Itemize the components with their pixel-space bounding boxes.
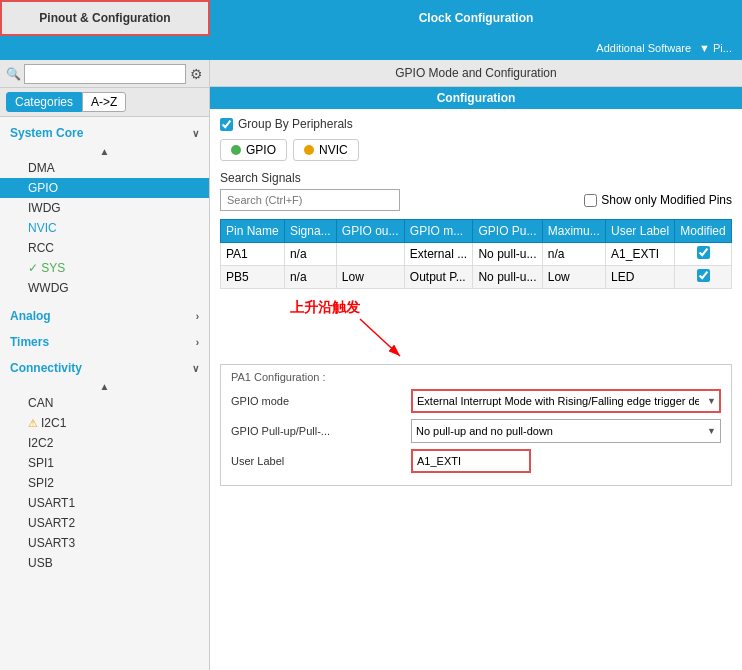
col-gpio-output: GPIO ou... <box>336 220 404 243</box>
chevron-right-icon-timers: › <box>196 337 199 348</box>
sidebar-section-system-core: System Core ∨ ▲ DMA GPIO IWDG NVIC RCC <box>0 121 209 298</box>
annotation-arrow <box>280 314 440 364</box>
col-pin-name: Pin Name <box>221 220 285 243</box>
sidebar-item-usart2[interactable]: USART2 <box>0 513 209 533</box>
sidebar-item-dma[interactable]: DMA <box>0 158 209 178</box>
gpio-pullup-label: GPIO Pull-up/Pull-... <box>231 425 411 437</box>
cell-pa1-pullup: No pull-u... <box>473 243 542 266</box>
col-signal: Signa... <box>284 220 336 243</box>
show-modified-label: Show only Modified Pins <box>601 193 732 207</box>
sidebar-item-usart1[interactable]: USART1 <box>0 493 209 513</box>
tab-gpio[interactable]: GPIO <box>220 139 287 161</box>
tab-nvic[interactable]: NVIC <box>293 139 359 161</box>
col-modified: Modified <box>675 220 732 243</box>
svg-line-1 <box>360 319 400 356</box>
pa1-config-title: PA1 Configuration : <box>231 371 721 383</box>
cell-pa1-signal: n/a <box>284 243 336 266</box>
content-title: GPIO Mode and Configuration <box>210 60 742 87</box>
cell-pb5-output: Low <box>336 266 404 289</box>
cell-pa1-mode: External ... <box>404 243 473 266</box>
gpio-pullup-select[interactable]: No pull-up and no pull-down Pull-up Pull… <box>411 419 721 443</box>
cell-pa1-label: A1_EXTI <box>606 243 675 266</box>
sidebar-item-sys[interactable]: ✓ SYS <box>0 258 209 278</box>
sidebar-section-header-analog[interactable]: Analog › <box>0 304 209 328</box>
sidebar-item-spi1[interactable]: SPI1 <box>0 453 209 473</box>
cell-pa1-modified[interactable] <box>675 243 732 266</box>
group-by-peripherals-row: Group By Peripherals <box>220 117 732 131</box>
show-modified-checkbox[interactable] <box>584 194 597 207</box>
col-user-label: User Label <box>606 220 675 243</box>
cell-pb5-modified[interactable] <box>675 266 732 289</box>
sidebar-section-header-timers[interactable]: Timers › <box>0 330 209 354</box>
additional-software-link[interactable]: Additional Software <box>596 42 691 54</box>
search-signals-label: Search Signals <box>220 171 732 185</box>
gpio-mode-row: GPIO mode External Interrupt Mode with R… <box>231 389 721 413</box>
nvic-dot <box>304 145 314 155</box>
sidebar-item-can[interactable]: CAN <box>0 393 209 413</box>
cell-pb5-mode: Output P... <box>404 266 473 289</box>
chevron-right-icon-analog: › <box>196 311 199 322</box>
group-by-checkbox[interactable] <box>220 118 233 131</box>
tab-categories[interactable]: Categories <box>6 92 82 112</box>
content-area: GPIO Mode and Configuration Configuratio… <box>210 60 742 670</box>
sidebar-section-header-connectivity[interactable]: Connectivity ∨ <box>0 356 209 380</box>
pinout-link[interactable]: ▼ Pi... <box>699 42 732 54</box>
sidebar-item-gpio[interactable]: GPIO <box>0 178 209 198</box>
pinout-configuration-tab[interactable]: Pinout & Configuration <box>0 0 210 36</box>
sidebar-item-usb[interactable]: USB <box>0 553 209 573</box>
chevron-down-icon-connectivity: ∨ <box>192 363 199 374</box>
gpio-mode-label: GPIO mode <box>231 395 411 407</box>
sidebar-section-connectivity: Connectivity ∨ ▲ CAN ⚠ I2C1 I2C2 SPI1 <box>0 356 209 573</box>
user-label-row: User Label <box>231 449 721 473</box>
gpio-mode-select[interactable]: External Interrupt Mode with Rising/Fall… <box>411 389 721 413</box>
cell-pb5-max: Low <box>542 266 605 289</box>
warning-icon-i2c1: ⚠ <box>28 417 38 430</box>
col-gpio-mode: GPIO m... <box>404 220 473 243</box>
table-row: PB5 n/a Low Output P... No pull-u... Low… <box>221 266 732 289</box>
chevron-down-icon: ∨ <box>192 128 199 139</box>
cell-pa1-max: n/a <box>542 243 605 266</box>
gpio-dot <box>231 145 241 155</box>
col-gpio-pullup: GPIO Pu... <box>473 220 542 243</box>
tab-az[interactable]: A->Z <box>82 92 126 112</box>
sidebar-item-usart3[interactable]: USART3 <box>0 533 209 553</box>
table-row: PA1 n/a External ... No pull-u... n/a A1… <box>221 243 732 266</box>
col-maximum: Maximu... <box>542 220 605 243</box>
sidebar-section-header-system-core[interactable]: System Core ∨ <box>0 121 209 145</box>
user-label-label: User Label <box>231 455 411 467</box>
cell-pb5-pin: PB5 <box>221 266 285 289</box>
sidebar-item-spi2[interactable]: SPI2 <box>0 473 209 493</box>
sidebar-item-wwdg[interactable]: WWDG <box>0 278 209 298</box>
sidebar-item-nvic[interactable]: NVIC <box>0 218 209 238</box>
sidebar-section-timers: Timers › <box>0 330 209 354</box>
sidebar-item-rcc[interactable]: RCC <box>0 238 209 258</box>
search-signals-input[interactable] <box>220 189 400 211</box>
cell-pb5-signal: n/a <box>284 266 336 289</box>
cell-pb5-label: LED <box>606 266 675 289</box>
pa1-configuration-section: PA1 Configuration : GPIO mode External I… <box>220 364 732 486</box>
gpio-pullup-row: GPIO Pull-up/Pull-... No pull-up and no … <box>231 419 721 443</box>
sidebar: 🔍 ⚙ Categories A->Z System Core ∨ ▲ <box>0 60 210 670</box>
user-label-input[interactable] <box>411 449 531 473</box>
config-bar: Configuration <box>210 87 742 109</box>
group-by-label: Group By Peripherals <box>238 117 353 131</box>
cell-pa1-pin: PA1 <box>221 243 285 266</box>
gear-icon[interactable]: ⚙ <box>190 66 203 82</box>
clock-configuration-tab[interactable]: Clock Configuration <box>210 0 742 36</box>
sidebar-item-i2c1[interactable]: ⚠ I2C1 <box>0 413 209 433</box>
cell-pb5-pullup: No pull-u... <box>473 266 542 289</box>
search-icon: 🔍 <box>6 67 21 81</box>
gpio-table: Pin Name Signa... GPIO ou... GPIO m... G… <box>220 219 732 289</box>
sidebar-item-i2c2[interactable]: I2C2 <box>0 433 209 453</box>
sidebar-search-input[interactable] <box>24 64 186 84</box>
sidebar-section-analog: Analog › <box>0 304 209 328</box>
sidebar-item-iwdg[interactable]: IWDG <box>0 198 209 218</box>
cell-pa1-output <box>336 243 404 266</box>
